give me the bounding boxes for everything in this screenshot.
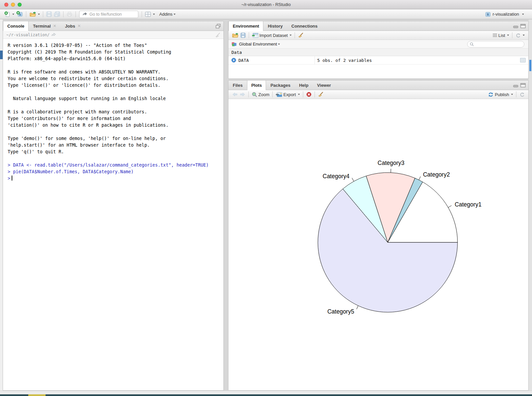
view-mode-label: List (498, 33, 505, 38)
tab-jobs-close-icon[interactable]: ✕ (77, 24, 81, 28)
zoom-plot-button[interactable]: Zoom (251, 91, 270, 98)
open-file-button[interactable] (28, 11, 41, 18)
refresh-environment-button[interactable] (514, 32, 526, 39)
new-project-button[interactable]: R (15, 10, 24, 18)
console-line (8, 89, 223, 95)
object-expander-icon[interactable] (231, 58, 236, 63)
console-line: Copyright (C) 2019 The R Foundation for … (8, 49, 223, 56)
print-button[interactable] (66, 11, 73, 17)
object-summary: 5 obs. of 2 variables (315, 58, 528, 63)
text-cursor (12, 176, 12, 181)
pie-label-tick (352, 178, 354, 181)
project-name: r-visualization (493, 12, 519, 17)
pane-layout-button[interactable] (144, 11, 156, 18)
svg-text:R: R (486, 13, 489, 16)
minimize-pane-icon[interactable] (513, 83, 518, 87)
tab-terminal-label: Terminal (33, 24, 51, 29)
export-label: Export (283, 92, 296, 97)
main-toolbar: R (0, 9, 532, 19)
addins-menu[interactable]: Addins (159, 12, 176, 17)
console-line: You are welcome to redistribute it under… (8, 75, 223, 82)
scope-selector[interactable]: Global Environment (239, 42, 277, 47)
tab-jobs[interactable]: Jobs ✕ (61, 21, 85, 31)
open-in-files-icon[interactable] (52, 33, 56, 37)
environment-scope-bar: Global Environment (228, 40, 528, 49)
console-prompt-line[interactable]: > (8, 175, 223, 182)
tab-help[interactable]: Help (295, 80, 313, 90)
new-file-button[interactable] (3, 11, 15, 18)
save-workspace-button[interactable] (239, 32, 247, 39)
tab-console-label: Console (7, 24, 24, 29)
restore-panes-icon[interactable] (215, 24, 221, 29)
goto-arrow-icon (82, 12, 87, 16)
import-dataset-button[interactable]: Import Dataset (251, 32, 293, 39)
clear-console-icon[interactable] (215, 33, 220, 38)
tab-files-label: Files (233, 83, 243, 88)
export-image-icon (276, 92, 282, 97)
console-line (8, 155, 223, 162)
console-tabstrip: Console Terminal ✕ Jobs ✕ (3, 21, 223, 31)
tab-connections-label: Connections (291, 24, 318, 29)
environment-view-mode-button[interactable]: List (491, 32, 510, 39)
publish-plot-button[interactable]: Publish (487, 91, 514, 98)
previous-plot-button[interactable] (231, 91, 239, 97)
zoom-magnifier-icon (252, 92, 257, 97)
tab-plots-label: Plots (251, 83, 262, 88)
plots-toolbar: Zoom Export (228, 90, 528, 99)
refresh-caret[interactable] (523, 35, 525, 36)
console-line: 'citation()' on how to cite R or R packa… (8, 122, 223, 129)
remove-plot-button[interactable] (305, 91, 313, 98)
next-plot-button[interactable] (239, 91, 246, 97)
minimize-pane-icon[interactable] (513, 24, 518, 28)
clear-all-plots-button[interactable] (317, 91, 325, 98)
pie-label-Category5: Category5 (327, 308, 354, 315)
refresh-icon (519, 92, 525, 97)
tab-terminal-close-icon[interactable]: ✕ (53, 24, 57, 28)
environment-object-row[interactable]: DATA 5 obs. of 2 variables (228, 56, 528, 65)
tab-connections[interactable]: Connections (287, 21, 322, 31)
broom-icon (298, 33, 304, 38)
desktop-right-sliver (529, 19, 532, 394)
maximize-pane-icon[interactable] (520, 83, 526, 87)
environment-search-input[interactable] (467, 41, 524, 48)
console-line: R is free software and comes with ABSOLU… (8, 69, 223, 75)
tab-terminal[interactable]: Terminal ✕ (29, 21, 61, 31)
new-project-icon: R (16, 11, 23, 17)
tab-viewer[interactable]: Viewer (313, 80, 335, 90)
save-button[interactable] (45, 11, 53, 18)
open-file-dropdown-caret[interactable] (38, 14, 40, 15)
goto-file-function-input[interactable]: Go to file/function (79, 11, 138, 18)
refresh-plot-button[interactable] (518, 91, 526, 98)
tab-history[interactable]: History (263, 21, 287, 31)
console-line: Type 'q()' to quit R. (8, 149, 223, 155)
save-all-icon (54, 11, 60, 17)
export-plot-button[interactable]: Export (275, 91, 301, 98)
clear-environment-button[interactable] (297, 32, 305, 39)
tab-viewer-label: Viewer (317, 83, 331, 88)
working-dir[interactable]: ~/r-visualization/ (6, 33, 50, 37)
new-file-dropdown-caret[interactable] (12, 14, 14, 15)
pane-layout-dropdown-caret[interactable] (153, 14, 155, 15)
maximize-pane-icon[interactable] (520, 24, 526, 28)
publish-label: Publish (495, 92, 509, 97)
r-project-cube-icon: R (485, 12, 491, 17)
console-line (8, 129, 223, 135)
scope-caret[interactable] (278, 44, 280, 45)
tab-environment[interactable]: Environment (228, 21, 263, 31)
tab-files[interactable]: Files (228, 80, 247, 90)
project-menu[interactable]: R r-visualization (485, 12, 524, 17)
pie-label-Category4: Category4 (323, 173, 349, 180)
tab-packages[interactable]: Packages (266, 80, 295, 90)
tab-plots[interactable]: Plots (247, 80, 266, 90)
view-data-grid-icon[interactable] (520, 58, 526, 63)
project-caret (522, 14, 524, 15)
console-output[interactable]: R version 3.6.1 (2019-07-05) -- "Action … (3, 39, 223, 182)
tab-console[interactable]: Console (3, 21, 29, 31)
save-all-button[interactable] (53, 11, 61, 18)
tab-help-label: Help (299, 83, 308, 88)
import-dataset-caret (290, 35, 292, 36)
list-view-icon (492, 33, 497, 37)
tab-history-label: History (268, 24, 283, 29)
load-workspace-button[interactable] (231, 32, 239, 39)
search-icon (470, 42, 474, 46)
